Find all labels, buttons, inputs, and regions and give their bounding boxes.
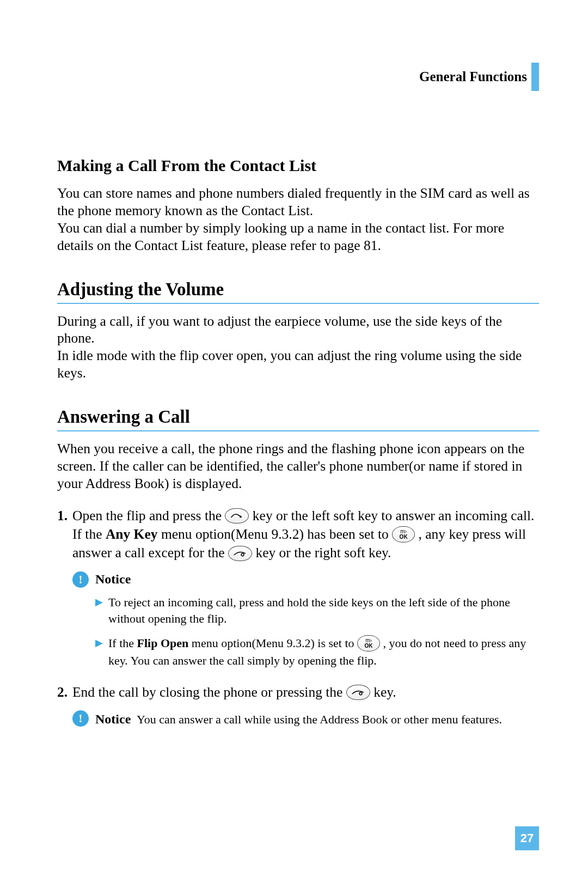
page: General Functions Making a Call From the… bbox=[0, 0, 588, 883]
body-text: You can store names and phone numbers di… bbox=[57, 185, 539, 254]
notice-inline: ! Notice You can answer a call while usi… bbox=[72, 710, 539, 728]
section-heading-answering: Answering a Call bbox=[57, 407, 539, 431]
step-text: Open the flip and press the key or the l… bbox=[72, 507, 539, 563]
notice-block: ! Notice ▶ To reject an incoming call, p… bbox=[72, 571, 539, 669]
svg-point-0 bbox=[241, 553, 244, 556]
step-2: 2. End the call by closing the phone or … bbox=[57, 683, 539, 702]
end-key-icon bbox=[228, 546, 252, 561]
bullet-triangle-icon: ▶ bbox=[95, 595, 103, 628]
notice-icon: ! bbox=[72, 710, 89, 727]
notice-bullet: ▶ To reject an incoming call, press and … bbox=[95, 594, 539, 626]
notice-header: ! Notice bbox=[72, 571, 539, 588]
step-number: 2. bbox=[57, 683, 72, 702]
notice-text: Notice You can answer a call while using… bbox=[95, 710, 539, 728]
step-1: 1. Open the flip and press the key or th… bbox=[57, 507, 539, 563]
notice-title: Notice bbox=[95, 572, 131, 587]
ok-key-icon: m›OK bbox=[392, 526, 415, 543]
svg-point-1 bbox=[359, 692, 362, 695]
notice-text: To reject an incoming call, press and ho… bbox=[108, 594, 539, 626]
subsection-heading-contact-list: Making a Call From the Contact List bbox=[57, 156, 539, 175]
body-text: During a call, if you want to adjust the… bbox=[57, 313, 539, 382]
header-accent-bar bbox=[531, 63, 539, 91]
page-number: 27 bbox=[515, 826, 539, 850]
step-number: 1. bbox=[57, 507, 72, 563]
bullet-triangle-icon: ▶ bbox=[95, 636, 103, 670]
end-key-icon bbox=[346, 685, 370, 700]
body-text: When you receive a call, the phone rings… bbox=[57, 440, 539, 492]
step-text: End the call by closing the phone or pre… bbox=[72, 683, 396, 702]
header-title: General Functions bbox=[419, 69, 527, 84]
send-key-icon bbox=[225, 508, 249, 523]
page-header: General Functions bbox=[57, 63, 539, 91]
ok-key-icon: m›OK bbox=[357, 635, 380, 651]
notice-icon: ! bbox=[72, 571, 89, 588]
notice-bullet: ▶ If the Flip Open menu option(Menu 9.3.… bbox=[95, 635, 539, 669]
notice-text: If the Flip Open menu option(Menu 9.3.2)… bbox=[108, 635, 539, 669]
section-heading-volume: Adjusting the Volume bbox=[57, 279, 539, 304]
